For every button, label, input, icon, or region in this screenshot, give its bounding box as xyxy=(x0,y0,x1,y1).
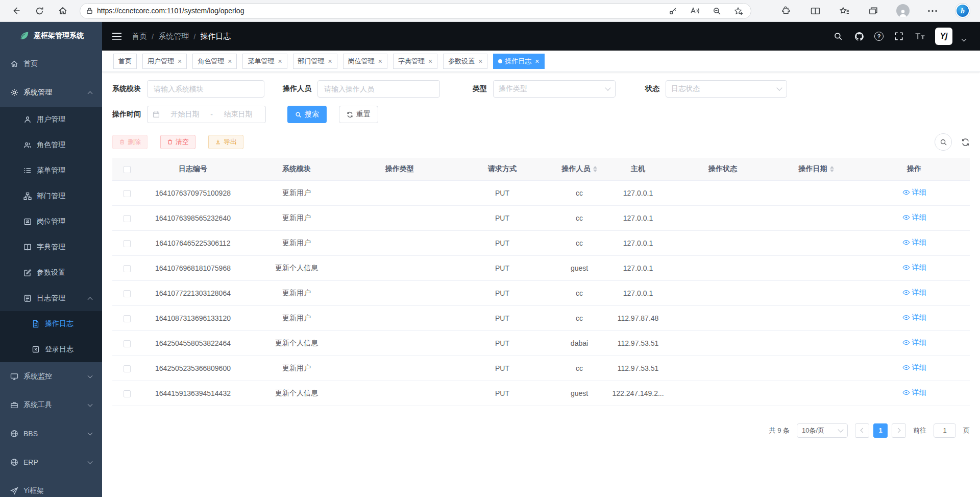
tab-menu-mgmt[interactable]: 菜单管理× xyxy=(242,54,287,69)
header-operator[interactable]: 操作人员 xyxy=(554,158,604,180)
url-text[interactable]: https://ccnetcore.com:1101/system/log/op… xyxy=(97,7,657,15)
add-favorite-icon[interactable] xyxy=(732,5,745,17)
close-icon[interactable]: × xyxy=(178,58,182,65)
sidebar-item-system-monitor[interactable]: 系统监控 xyxy=(0,362,102,391)
profile-avatar[interactable] xyxy=(896,4,910,17)
detail-link[interactable]: 详细 xyxy=(902,338,926,347)
browser-menu-icon[interactable] xyxy=(926,5,939,17)
close-icon[interactable]: × xyxy=(478,58,482,65)
zoom-out-icon[interactable] xyxy=(710,5,723,17)
detail-link[interactable]: 详细 xyxy=(902,313,926,322)
collections-icon[interactable] xyxy=(867,5,879,17)
browser-back-button[interactable] xyxy=(7,2,24,19)
tab-user-mgmt[interactable]: 用户管理× xyxy=(142,54,187,69)
help-icon[interactable]: ? xyxy=(874,32,884,41)
close-icon[interactable]: × xyxy=(378,58,382,65)
row-checkbox[interactable] xyxy=(124,315,131,322)
close-icon[interactable]: × xyxy=(535,58,539,65)
sidebar-item-menu-mgmt[interactable]: 菜单管理 xyxy=(0,158,102,183)
header-search-icon[interactable] xyxy=(832,31,844,42)
sidebar-item-operation-log[interactable]: 操作日志 xyxy=(0,311,102,337)
operator-input[interactable] xyxy=(317,80,440,98)
app-logo[interactable]: 意框架管理系统 xyxy=(0,22,102,50)
sidebar-item-system-mgmt[interactable]: 系统管理 xyxy=(0,78,102,107)
close-icon[interactable]: × xyxy=(428,58,432,65)
browser-refresh-button[interactable] xyxy=(31,2,48,19)
favorites-icon[interactable] xyxy=(838,5,850,17)
reset-button[interactable]: 重置 xyxy=(339,106,378,123)
header-operation-date[interactable]: 操作日期 xyxy=(774,158,859,180)
tab-param-settings[interactable]: 参数设置× xyxy=(443,54,487,69)
detail-link[interactable]: 详细 xyxy=(902,238,926,247)
prev-page-button[interactable] xyxy=(855,423,869,438)
sidebar-item-dept-mgmt[interactable]: 部门管理 xyxy=(0,183,102,209)
select-all-checkbox[interactable] xyxy=(124,166,131,173)
chevron-down-icon[interactable] xyxy=(962,36,967,41)
detail-link[interactable]: 详细 xyxy=(902,263,926,272)
row-checkbox[interactable] xyxy=(124,190,131,197)
export-button[interactable]: 导出 xyxy=(208,135,243,149)
tab-role-mgmt[interactable]: 角色管理× xyxy=(192,54,237,69)
sidebar-item-bbs[interactable]: BBS xyxy=(0,419,102,448)
font-size-icon[interactable] xyxy=(914,31,925,42)
github-icon[interactable] xyxy=(853,31,865,42)
row-checkbox[interactable] xyxy=(124,365,131,372)
bing-icon[interactable]: b xyxy=(955,4,970,18)
next-page-button[interactable] xyxy=(892,423,906,438)
read-aloud-icon[interactable] xyxy=(689,5,701,17)
split-screen-icon[interactable] xyxy=(809,5,821,17)
current-page-button[interactable]: 1 xyxy=(873,423,888,438)
close-icon[interactable]: × xyxy=(278,58,282,65)
address-bar[interactable]: https://ccnetcore.com:1101/system/log/op… xyxy=(80,3,751,19)
date-range-picker[interactable]: 开始日期 - 结束日期 xyxy=(147,106,266,123)
tab-home[interactable]: 首页 xyxy=(113,54,137,69)
detail-link[interactable]: 详细 xyxy=(902,388,926,397)
detail-link[interactable]: 详细 xyxy=(902,188,926,197)
delete-button[interactable]: 删除 xyxy=(112,135,148,149)
tab-dict-mgmt[interactable]: 字典管理× xyxy=(393,54,437,69)
sidebar-item-home[interactable]: 首页 xyxy=(0,50,102,78)
page-size-select[interactable]: 10条/页 xyxy=(797,423,848,438)
sidebar-item-erp[interactable]: ERP xyxy=(0,448,102,477)
status-select[interactable]: 日志状态 xyxy=(666,80,787,98)
row-checkbox[interactable] xyxy=(124,290,131,297)
clear-button[interactable]: 清空 xyxy=(160,135,195,149)
breadcrumb-section[interactable]: 系统管理 xyxy=(158,32,189,41)
tab-post-mgmt[interactable]: 岗位管理× xyxy=(343,54,387,69)
sidebar-item-role-mgmt[interactable]: 角色管理 xyxy=(0,132,102,158)
sidebar-item-yi-framework[interactable]: Yi框架 xyxy=(0,477,102,497)
close-icon[interactable]: × xyxy=(328,58,332,65)
sidebar-item-dict-mgmt[interactable]: 字典管理 xyxy=(0,234,102,260)
browser-home-button[interactable] xyxy=(54,2,71,19)
detail-link[interactable]: 详细 xyxy=(902,213,926,222)
row-checkbox[interactable] xyxy=(124,340,131,347)
sidebar-toggle-button[interactable] xyxy=(102,22,132,51)
show-search-button[interactable] xyxy=(935,133,952,151)
detail-link[interactable]: 详细 xyxy=(902,288,926,297)
search-button[interactable]: 搜索 xyxy=(287,106,327,123)
module-input[interactable] xyxy=(147,80,264,98)
refresh-table-button[interactable] xyxy=(961,138,970,147)
row-checkbox[interactable] xyxy=(124,265,131,272)
sidebar-item-log-mgmt[interactable]: 日志管理 xyxy=(0,286,102,311)
sidebar-item-param-settings[interactable]: 参数设置 xyxy=(0,260,102,286)
goto-page-input[interactable] xyxy=(934,423,956,438)
sidebar-item-login-log[interactable]: 登录日志 xyxy=(0,337,102,362)
tab-operation-log[interactable]: 操作日志× xyxy=(493,54,544,69)
row-checkbox[interactable] xyxy=(124,240,131,247)
close-icon[interactable]: × xyxy=(228,58,232,65)
sort-icon[interactable] xyxy=(830,166,834,172)
row-checkbox[interactable] xyxy=(124,215,131,222)
tab-dept-mgmt[interactable]: 部门管理× xyxy=(293,54,337,69)
detail-link[interactable]: 详细 xyxy=(902,363,926,372)
row-checkbox[interactable] xyxy=(124,390,131,397)
extensions-icon[interactable] xyxy=(780,5,792,17)
user-logo-avatar[interactable]: Yj xyxy=(935,28,952,45)
type-select[interactable]: 操作类型 xyxy=(493,80,616,98)
sidebar-item-system-tools[interactable]: 系统工具 xyxy=(0,391,102,419)
sort-icon[interactable] xyxy=(593,166,597,172)
sidebar-item-post-mgmt[interactable]: 岗位管理 xyxy=(0,209,102,234)
sidebar-item-user-mgmt[interactable]: 用户管理 xyxy=(0,107,102,132)
breadcrumb-home[interactable]: 首页 xyxy=(132,32,147,41)
key-icon[interactable] xyxy=(667,5,679,17)
